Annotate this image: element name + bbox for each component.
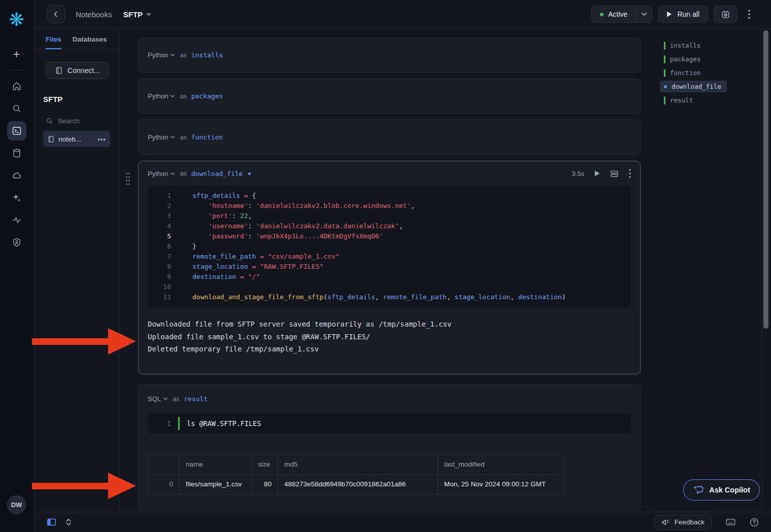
run-cell-button[interactable] — [594, 170, 600, 176]
line-number: 10 — [148, 282, 171, 292]
column-header-md5[interactable]: md5 — [278, 454, 438, 474]
line-number: 11 — [148, 292, 171, 302]
ask-copilot-button[interactable]: Ask Copilot — [683, 479, 760, 501]
nav-home[interactable] — [7, 77, 26, 96]
nav-data[interactable] — [7, 144, 26, 163]
notebook-title[interactable]: SFTP — [123, 10, 151, 19]
cell-packages[interactable]: Python as packages — [138, 79, 641, 114]
create-new-button[interactable]: + — [7, 45, 26, 64]
table-cell: 488273e58dd6949b70c0091862a01a86 — [278, 474, 438, 494]
home-icon — [12, 81, 22, 91]
feedback-button[interactable]: Feedback — [654, 515, 712, 530]
cell-menu-button[interactable] — [629, 169, 631, 178]
outline-item-packages[interactable]: packages — [660, 52, 766, 66]
cell-language-label: Python — [148, 170, 168, 178]
cell-name[interactable]: download_file — [191, 170, 243, 178]
item-more-button[interactable]: ••• — [97, 135, 106, 143]
repo-book-icon — [55, 66, 63, 75]
nav-cloud[interactable] — [7, 166, 26, 185]
code-line: 10 — [148, 282, 631, 292]
column-header-index[interactable] — [148, 454, 180, 474]
outline-item-label: packages — [670, 55, 700, 63]
table-cell: files/sample_1.csv — [180, 474, 252, 494]
activity-pulse-icon — [12, 215, 22, 225]
cell-name[interactable]: function — [191, 133, 223, 141]
user-avatar[interactable]: DW — [7, 495, 26, 514]
cell-name[interactable]: installs — [191, 51, 223, 59]
chevron-down-icon — [170, 94, 175, 98]
output-line: Uploaded file sample_1.csv to stage @RAW… — [148, 331, 631, 343]
column-header-last_modified[interactable]: last_modified — [438, 454, 565, 474]
column-header-size[interactable]: size — [252, 454, 278, 474]
outline-item-label: function — [670, 69, 700, 77]
run-all-button[interactable]: Run all — [658, 6, 708, 23]
code-line: 5 'password': 'wnpJkX4p1Lo....4DKtmDgVfs… — [148, 231, 631, 241]
cell-language-label: Python — [148, 92, 168, 100]
toggle-sidebar-button[interactable] — [47, 518, 56, 526]
outline-item-download_file[interactable]: download_file — [660, 81, 727, 92]
kebab-icon — [748, 10, 750, 19]
expand-collapse-button[interactable] — [65, 518, 72, 526]
code-text: 'username': 'danielwilczakv2.data.daniel… — [171, 221, 403, 231]
cell-name[interactable]: packages — [191, 92, 223, 100]
notebook-item[interactable]: noteb... ••• — [43, 131, 110, 147]
snowflake-notebook-app: ❋ + — [0, 0, 771, 532]
nav-ai[interactable] — [7, 188, 26, 207]
help-button[interactable] — [750, 518, 759, 527]
unsaved-run-dot — [248, 172, 251, 175]
more-menu-button[interactable] — [743, 6, 756, 23]
search-input[interactable] — [58, 117, 109, 125]
snowflake-logo[interactable]: ❋ — [0, 8, 33, 31]
nav-admin[interactable] — [7, 233, 26, 252]
python-code-editor[interactable]: 1sftp_details = {2 'hostname': 'danielwi… — [148, 186, 631, 307]
megaphone-icon — [661, 518, 670, 526]
nav-search[interactable] — [7, 99, 26, 118]
status-dropdown[interactable]: Active — [591, 6, 652, 23]
outline-item-installs[interactable]: installs — [660, 39, 766, 52]
status-chevron[interactable] — [635, 6, 652, 22]
outline-item-label: installs — [670, 42, 700, 49]
cell-installs[interactable]: Python as installs — [138, 38, 641, 73]
breadcrumb-notebooks[interactable]: Notebooks — [76, 10, 112, 19]
plus-icon: + — [13, 47, 20, 61]
cell-result[interactable]: SQL as result 1ls @RAW.SFTP.FILES namesi… — [138, 384, 641, 510]
column-header-name[interactable]: name — [180, 454, 252, 474]
cell-name[interactable]: result — [184, 395, 208, 403]
sql-code-editor[interactable]: 1ls @RAW.SFTP.FILES — [148, 413, 631, 434]
play-icon — [666, 11, 672, 17]
cell-language-selector[interactable]: Python — [148, 133, 175, 141]
cell-language-selector[interactable]: Python — [148, 51, 175, 59]
cell-download-file[interactable]: Python as download_file 3.5s 1sftp_detai… — [138, 161, 641, 374]
code-text — [171, 282, 192, 292]
code-text: sftp_details = { — [171, 191, 256, 201]
nav-activity[interactable] — [7, 210, 26, 230]
active-dot-icon — [664, 85, 667, 88]
file-panel: Files Databases Connect... SFTP noteb...… — [33, 29, 119, 512]
table-cell: 80 — [252, 474, 278, 494]
line-number: 3 — [148, 211, 171, 221]
back-button[interactable] — [47, 5, 65, 23]
cell-language-selector[interactable]: SQL — [148, 395, 168, 403]
search-box[interactable] — [46, 117, 119, 125]
code-line: 6} — [148, 241, 631, 252]
cell-status-bar — [664, 69, 665, 77]
keyboard-shortcuts-button[interactable] — [726, 518, 735, 526]
cell-drag-handle[interactable] — [125, 171, 131, 187]
line-number: 8 — [148, 262, 171, 272]
output-view-toggle[interactable] — [610, 170, 619, 178]
help-icon — [750, 518, 759, 527]
cell-language-selector[interactable]: Python — [148, 92, 175, 100]
tab-databases[interactable]: Databases — [73, 29, 107, 49]
search-icon — [12, 103, 22, 114]
schedule-button[interactable] — [714, 6, 737, 23]
app-rail: ❋ + — [0, 0, 33, 532]
connect-button[interactable]: Connect... — [46, 62, 109, 79]
scrollbar-thumb[interactable] — [763, 30, 768, 329]
tab-files[interactable]: Files — [46, 29, 61, 49]
outline-item-result[interactable]: result — [660, 93, 766, 107]
nav-projects[interactable] — [7, 121, 26, 140]
cell-list: Python as installs Python as packages Py… — [138, 38, 641, 512]
outline-item-function[interactable]: function — [660, 66, 766, 80]
cell-language-selector[interactable]: Python — [148, 170, 175, 178]
cell-function[interactable]: Python as function — [138, 120, 641, 155]
